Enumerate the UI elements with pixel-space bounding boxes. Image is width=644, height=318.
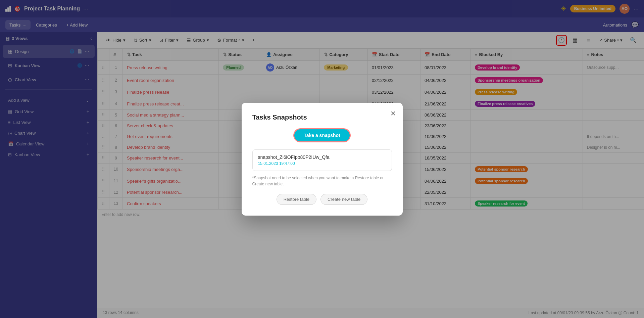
snapshot-note: *Snapshot need to be selected when you w… bbox=[252, 175, 392, 187]
modal-close-button[interactable]: ✕ bbox=[390, 109, 396, 118]
restore-table-button[interactable]: Restore table bbox=[277, 194, 316, 205]
modal-actions: Restore table Create new table bbox=[252, 194, 392, 205]
snapshot-name: snapshot_Zi6iOFIpb80P2IUw_Qfa bbox=[258, 154, 386, 160]
modal-title: Tasks Snapshots bbox=[252, 113, 392, 121]
snapshot-date: 15.01.2023 19:47:00 bbox=[258, 161, 386, 166]
modal-overlay[interactable]: Tasks Snapshots ✕ Take a snapshot snapsh… bbox=[0, 0, 644, 318]
snapshot-item[interactable]: snapshot_Zi6iOFIpb80P2IUw_Qfa 15.01.2023… bbox=[252, 149, 392, 171]
take-snapshot-button[interactable]: Take a snapshot bbox=[294, 129, 350, 141]
create-table-button[interactable]: Create new table bbox=[320, 194, 367, 205]
snapshots-modal: Tasks Snapshots ✕ Take a snapshot snapsh… bbox=[242, 103, 403, 216]
